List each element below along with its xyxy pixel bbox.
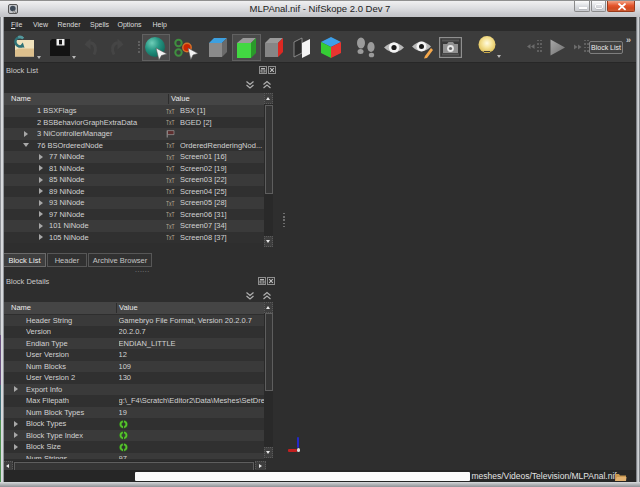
- svg-text:TxT: TxT: [166, 234, 175, 241]
- svg-text:TxT: TxT: [166, 154, 175, 161]
- svg-text:TxT: TxT: [166, 211, 175, 218]
- svg-text:TxT: TxT: [166, 119, 175, 126]
- svg-text:TxT: TxT: [166, 142, 175, 149]
- svg-text:TxT: TxT: [166, 188, 175, 195]
- svg-text:TxT: TxT: [166, 223, 175, 230]
- svg-text:TxT: TxT: [166, 200, 175, 207]
- svg-text:TxT: TxT: [166, 165, 175, 172]
- svg-text:TxT: TxT: [166, 177, 175, 184]
- svg-text:TxT: TxT: [166, 108, 175, 115]
